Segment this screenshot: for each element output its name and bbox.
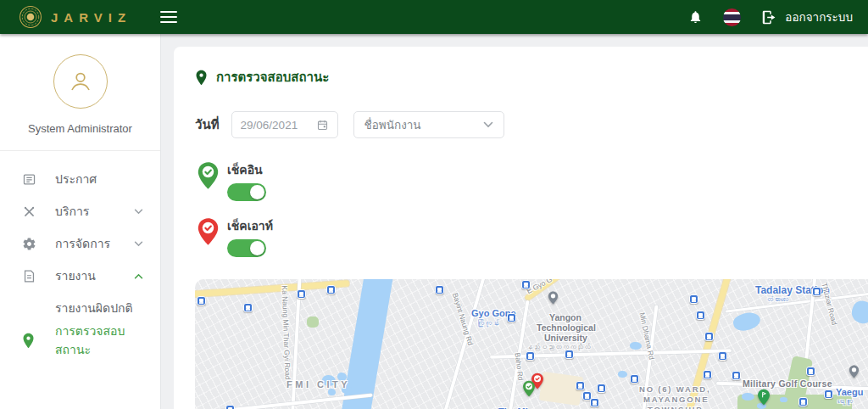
checkin-row: เช็คอิน bbox=[195, 160, 868, 201]
map-label: NO (6) WARD, bbox=[639, 384, 710, 394]
filter-row: วันที่ ชื่อพนักงาน bbox=[195, 111, 868, 138]
tools-icon bbox=[22, 204, 37, 219]
bus-stop-icon bbox=[597, 384, 606, 393]
date-input[interactable] bbox=[241, 119, 311, 132]
calendar-icon bbox=[316, 119, 329, 132]
bus-stop-icon bbox=[689, 294, 698, 304]
map-lake bbox=[328, 389, 336, 395]
poi-pin-icon bbox=[849, 365, 860, 378]
brand: JARVIZ bbox=[19, 5, 131, 29]
brand-logo-icon bbox=[19, 5, 42, 29]
bus-stop-icon bbox=[732, 371, 741, 380]
golf-course-icon bbox=[757, 389, 771, 406]
bus-stop-icon bbox=[630, 374, 639, 384]
employee-select-value: ชื่อพนักงาน bbox=[364, 115, 421, 134]
topbar-actions: ออกจากระบบ bbox=[688, 8, 853, 26]
map-label: Thuziar Road bbox=[820, 282, 838, 326]
map-label: Ka Naung Min Thar Gyi Road bbox=[281, 285, 292, 380]
checkout-row: เช็คเอาท์ bbox=[195, 216, 868, 257]
logout-icon bbox=[761, 10, 777, 25]
map-label: FMI CITY bbox=[287, 379, 350, 389]
map-label: တံတားလေး bbox=[765, 295, 788, 304]
bus-stop-icon bbox=[798, 397, 808, 406]
date-field[interactable] bbox=[231, 111, 338, 138]
sidebar-item-label: รายงาน bbox=[55, 266, 96, 285]
checkout-pin-icon bbox=[197, 217, 220, 249]
sidebar-item-announce[interactable]: ประกาศ bbox=[0, 163, 160, 195]
bus-stop-icon bbox=[521, 280, 531, 289]
bus-stop-icon bbox=[703, 370, 712, 379]
bus-stop-icon bbox=[704, 332, 714, 341]
gear-icon bbox=[22, 237, 37, 251]
map-label: University bbox=[544, 333, 587, 343]
thai-flag-language-icon[interactable] bbox=[723, 8, 741, 26]
map-lake bbox=[849, 298, 868, 326]
profile-section: System Administrator bbox=[0, 34, 160, 150]
brand-name: JARVIZ bbox=[51, 10, 131, 25]
bus-stop-icon bbox=[243, 303, 253, 312]
sidebar-item-label: การจัดการ bbox=[55, 234, 110, 253]
avatar bbox=[53, 54, 108, 109]
bus-stop-icon bbox=[824, 389, 833, 399]
sidebar-item-status-check[interactable]: การตรวจสอบสถานะ bbox=[0, 324, 160, 356]
logout-button[interactable]: ออกจากระบบ bbox=[761, 8, 853, 26]
logout-label: ออกจากระบบ bbox=[785, 8, 853, 26]
profile-name: System Administrator bbox=[0, 122, 160, 135]
bus-stop-icon bbox=[806, 367, 815, 376]
map-label: Yaegu bbox=[836, 387, 863, 397]
map-lake bbox=[630, 342, 642, 350]
main-content: การตรวจสอบสถานะ วันที่ ชื่อพนักงาน bbox=[161, 34, 868, 409]
bus-stop-icon bbox=[225, 405, 235, 409]
map-label: ရေကူး bbox=[837, 397, 853, 406]
map-lake bbox=[732, 310, 762, 333]
map-park bbox=[307, 317, 319, 328]
checkout-toggle[interactable] bbox=[227, 239, 266, 257]
sidebar-item-label: รายงานผิดปกติ bbox=[55, 299, 133, 317]
bus-stop-icon bbox=[696, 311, 705, 320]
title-pin-icon bbox=[195, 70, 208, 86]
bus-stop-icon bbox=[565, 350, 574, 359]
bus-stop-icon bbox=[297, 289, 306, 299]
pin-icon bbox=[22, 333, 37, 349]
chevron-down-icon bbox=[134, 241, 143, 247]
app-header: JARVIZ ออกจากระบบ bbox=[0, 0, 868, 34]
bus-stop-icon bbox=[576, 381, 585, 390]
status-check-card: การตรวจสอบสถานะ วันที่ ชื่อพนักงาน bbox=[174, 47, 868, 409]
checkin-pin-icon bbox=[197, 161, 220, 193]
checkin-map-pin[interactable] bbox=[522, 380, 536, 397]
bus-stop-icon bbox=[326, 285, 336, 294]
map-lake bbox=[780, 397, 787, 402]
menu-hamburger-icon[interactable] bbox=[160, 8, 177, 25]
poi-pin-icon bbox=[548, 291, 559, 305]
checkin-label: เช็คอิน bbox=[227, 160, 266, 179]
map[interactable]: FMI CITYGyo Goneကြို့ကုန်းYangonTechnolo… bbox=[195, 279, 868, 409]
checkout-label: เช็คเอาท์ bbox=[227, 216, 273, 235]
bus-stop-icon bbox=[507, 313, 516, 322]
bus-stop-icon bbox=[812, 287, 821, 296]
map-label: Military Golf Course bbox=[743, 378, 832, 389]
board-icon bbox=[22, 172, 37, 187]
map-label: ကြို့ကုန်း bbox=[476, 319, 499, 328]
sidebar-item-label: ประกาศ bbox=[55, 170, 97, 188]
page-title: การตรวจสอบสถานะ bbox=[216, 67, 329, 87]
checkin-toggle[interactable] bbox=[227, 183, 266, 201]
chevron-down-icon bbox=[134, 209, 143, 215]
bus-stop-icon bbox=[526, 351, 535, 361]
sidebar-menu: ประกาศบริการการจัดการรายงานรายงานผิดปกติ… bbox=[0, 151, 160, 356]
bus-stop-icon bbox=[435, 285, 444, 294]
map-label: နည်းပညာတက္ကသိုလ် bbox=[526, 343, 591, 351]
bus-stop-icon bbox=[197, 296, 206, 305]
employee-select[interactable]: ชื่อพนักงาน bbox=[353, 111, 504, 138]
sidebar-item-management[interactable]: การจัดการ bbox=[0, 227, 160, 260]
notifications-bell-icon[interactable] bbox=[688, 9, 703, 25]
sidebar-item-services[interactable]: บริการ bbox=[0, 195, 160, 227]
map-lake bbox=[742, 393, 754, 401]
sidebar-item-reports[interactable]: รายงาน bbox=[0, 260, 160, 292]
map-lake bbox=[618, 371, 627, 378]
bus-stop-icon bbox=[718, 351, 727, 361]
map-label: MAYANGONE bbox=[643, 395, 709, 404]
report-icon bbox=[22, 269, 37, 283]
date-label: วันที่ bbox=[195, 115, 220, 135]
sidebar-item-abnormal-report[interactable]: รายงานผิดปกติ bbox=[0, 292, 160, 324]
map-label: Technological bbox=[537, 322, 596, 333]
